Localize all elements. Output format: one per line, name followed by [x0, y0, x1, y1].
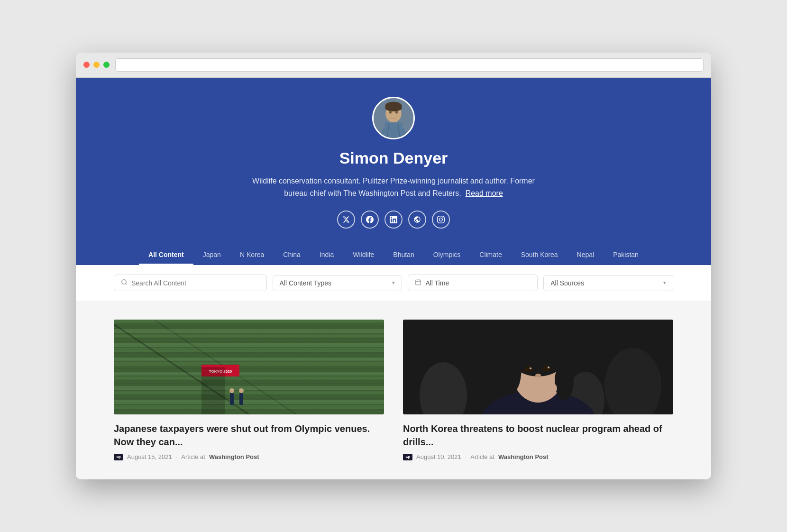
- sources-label: All Sources: [550, 279, 584, 287]
- sources-filter[interactable]: All Sources ▾: [543, 275, 673, 291]
- tab-climate[interactable]: Climate: [470, 244, 511, 265]
- svg-point-60: [535, 374, 541, 377]
- svg-rect-19: [114, 334, 384, 338]
- svg-rect-32: [114, 395, 384, 399]
- source-logo-2: wp: [403, 454, 412, 460]
- article-type-2: Article at: [470, 453, 494, 460]
- calendar-icon: [415, 279, 421, 287]
- svg-rect-31: [114, 391, 384, 394]
- svg-rect-27: [114, 372, 384, 376]
- tab-south-korea[interactable]: South Korea: [512, 244, 567, 265]
- avatar: [372, 97, 415, 139]
- svg-rect-17: [114, 324, 384, 328]
- traffic-lights: [83, 62, 110, 68]
- article-meta-1: wp August 15, 2021 · Article at Washingt…: [114, 453, 384, 460]
- svg-rect-18: [114, 329, 384, 333]
- svg-rect-16: [114, 320, 384, 323]
- tab-china[interactable]: China: [274, 244, 310, 265]
- svg-point-57: [542, 366, 551, 371]
- article-card-2[interactable]: North Korea threatens to boost nuclear p…: [403, 320, 673, 460]
- svg-rect-21: [114, 343, 384, 347]
- article-type-1: Article at: [181, 453, 205, 460]
- svg-rect-40: [239, 393, 243, 405]
- chevron-down-icon: ▾: [392, 280, 395, 286]
- tab-nepal[interactable]: Nepal: [567, 244, 604, 265]
- svg-point-55: [507, 343, 522, 391]
- search-bar-container: All Content Types ▾ All Time All Sources…: [76, 265, 711, 301]
- svg-point-7: [395, 111, 398, 114]
- browser-chrome: [76, 53, 711, 78]
- content-types-label: All Content Types: [280, 279, 331, 287]
- date-filter[interactable]: All Time: [408, 275, 538, 291]
- author-bio: Wildlife conservation consultant. Pulitz…: [247, 175, 540, 199]
- svg-rect-15: [114, 320, 384, 414]
- tab-n-korea[interactable]: N Korea: [230, 244, 274, 265]
- article-image-2: [403, 320, 673, 414]
- avatar-container: [85, 97, 702, 139]
- close-button[interactable]: [83, 62, 90, 68]
- website-icon[interactable]: [408, 211, 426, 229]
- svg-rect-11: [416, 280, 421, 285]
- social-icons: [85, 211, 702, 229]
- svg-line-36: [114, 320, 249, 414]
- article-meta-2: wp August 10, 2021 · Article at Washingt…: [403, 453, 673, 460]
- search-input[interactable]: [131, 279, 260, 287]
- svg-rect-24: [114, 358, 384, 361]
- article-title-1: Japanese taxpayers were shut out from Ol…: [114, 422, 384, 449]
- svg-point-58: [530, 367, 531, 369]
- svg-point-10: [122, 280, 126, 284]
- svg-marker-44: [201, 367, 225, 414]
- article-image-1: TOKYO 2020: [114, 320, 384, 414]
- tab-olympics[interactable]: Olympics: [424, 244, 470, 265]
- tab-pakistan[interactable]: Pakistan: [604, 244, 648, 265]
- svg-rect-38: [230, 393, 234, 405]
- source-logo-1: wp: [114, 454, 123, 460]
- tab-bhutan[interactable]: Bhutan: [384, 244, 423, 265]
- article-source-2: Washington Post: [498, 453, 549, 460]
- search-wrapper[interactable]: [114, 275, 267, 291]
- svg-rect-25: [114, 362, 384, 366]
- svg-rect-29: [114, 381, 384, 385]
- navigation-tabs: All Content Japan N Korea China India Wi…: [85, 244, 702, 265]
- article-source-1: Washington Post: [209, 453, 259, 460]
- svg-rect-34: [114, 405, 384, 409]
- browser-window: Simon Denyer Wildlife conservation consu…: [76, 53, 711, 479]
- chevron-down-icon-sources: ▾: [663, 280, 666, 286]
- facebook-icon[interactable]: [361, 211, 379, 229]
- svg-point-39: [229, 388, 234, 393]
- articles-grid: TOKYO 2020 Japanese taxpayers were shut …: [76, 301, 711, 479]
- article-date-1: August 15, 2021: [127, 453, 172, 460]
- svg-rect-42: [201, 365, 239, 376]
- content-area: All Content Types ▾ All Time All Sources…: [76, 265, 711, 479]
- author-name: Simon Denyer: [85, 149, 702, 167]
- article-title-2: North Korea threatens to boost nuclear p…: [403, 422, 673, 449]
- address-bar[interactable]: [115, 58, 704, 72]
- hero-section: Simon Denyer Wildlife conservation consu…: [76, 78, 711, 265]
- svg-point-54: [555, 362, 574, 400]
- date-label: All Time: [425, 279, 449, 287]
- svg-point-56: [524, 367, 533, 372]
- linkedin-icon[interactable]: [384, 211, 403, 229]
- svg-rect-23: [114, 353, 384, 357]
- svg-point-6: [389, 111, 392, 114]
- svg-point-59: [548, 367, 549, 368]
- svg-text:TOKYO 2020: TOKYO 2020: [209, 369, 232, 374]
- svg-point-41: [239, 388, 244, 393]
- tab-all-content[interactable]: All Content: [139, 244, 193, 265]
- svg-point-61: [519, 379, 557, 398]
- tab-japan[interactable]: Japan: [193, 244, 230, 265]
- svg-line-37: [154, 320, 296, 414]
- minimize-button[interactable]: [93, 62, 100, 68]
- read-more-link[interactable]: Read more: [466, 189, 503, 197]
- tab-india[interactable]: India: [310, 244, 343, 265]
- svg-rect-30: [114, 386, 384, 390]
- twitter-icon[interactable]: [337, 211, 355, 229]
- search-icon: [121, 279, 128, 287]
- svg-rect-20: [114, 339, 384, 342]
- instagram-icon[interactable]: [432, 211, 450, 229]
- maximize-button[interactable]: [103, 62, 110, 68]
- article-card[interactable]: TOKYO 2020 Japanese taxpayers were shut …: [114, 320, 384, 460]
- tab-wildlife[interactable]: Wildlife: [343, 244, 384, 265]
- article-date-2: August 10, 2021: [416, 453, 461, 460]
- content-types-filter[interactable]: All Content Types ▾: [273, 275, 403, 291]
